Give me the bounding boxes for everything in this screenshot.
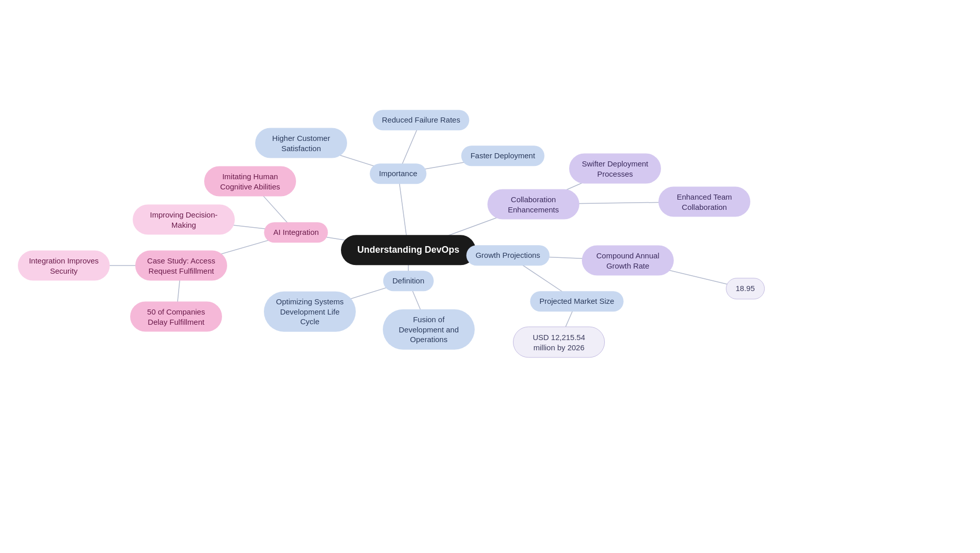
node-case-study[interactable]: Case Study: Access Request Fulfillment xyxy=(135,251,227,281)
mindmap-container: Understanding DevOpsImportanceReduced Fa… xyxy=(0,0,980,553)
node-reduced-failure[interactable]: Reduced Failure Rates xyxy=(373,110,469,130)
node-growth-projections[interactable]: Growth Projections xyxy=(467,245,550,266)
node-fusion-dev-ops[interactable]: Fusion of Development and Operations xyxy=(383,309,475,350)
node-projected-market[interactable]: Projected Market Size xyxy=(530,291,624,311)
node-value-1895[interactable]: 18.95 xyxy=(726,278,765,299)
node-higher-customer[interactable]: Higher Customer Satisfaction xyxy=(255,128,347,158)
node-improving-decision[interactable]: Improving Decision-Making xyxy=(133,205,235,235)
center-node[interactable]: Understanding DevOps xyxy=(341,235,476,265)
node-importance[interactable]: Importance xyxy=(370,163,426,184)
node-optimizing-sdlc[interactable]: Optimizing Systems Development Life Cycl… xyxy=(264,292,356,332)
node-cagr[interactable]: Compound Annual Growth Rate xyxy=(582,246,674,276)
node-integration-security[interactable]: Integration Improves Security xyxy=(18,251,110,281)
node-ai-integration[interactable]: AI Integration xyxy=(264,222,328,243)
node-50-companies[interactable]: 50 of Companies Delay Fulfillment xyxy=(130,302,222,332)
node-swifter-deployment[interactable]: Swifter Deployment Processes xyxy=(569,154,661,184)
node-usd-value[interactable]: USD 12,215.54 million by 2026 xyxy=(513,327,605,358)
node-imitating-human[interactable]: Imitating Human Cognitive Abilities xyxy=(204,166,296,197)
node-definition[interactable]: Definition xyxy=(383,271,434,291)
node-enhanced-team[interactable]: Enhanced Team Collaboration xyxy=(658,187,750,217)
node-faster-deployment[interactable]: Faster Deployment xyxy=(461,146,545,166)
node-collab-enhancements[interactable]: Collaboration Enhancements xyxy=(487,189,579,220)
